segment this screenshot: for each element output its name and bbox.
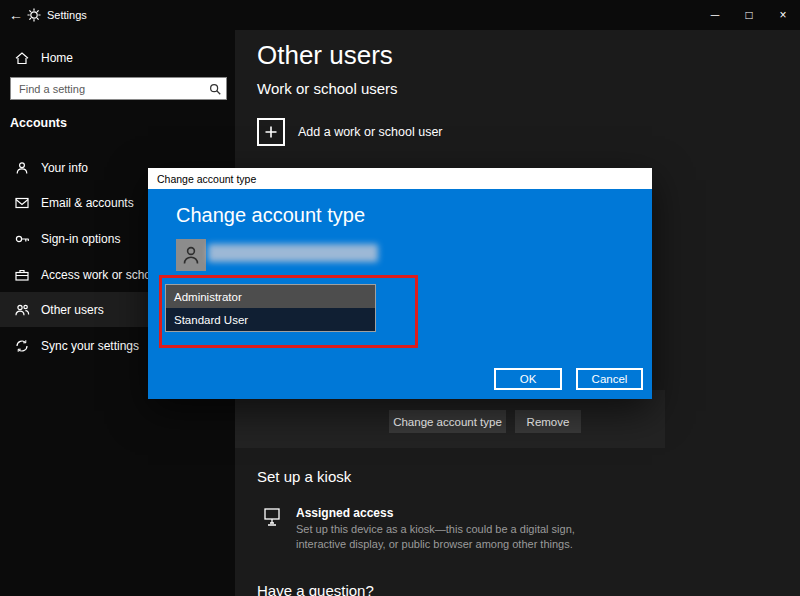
person-card-icon [14, 160, 30, 176]
back-button[interactable]: ← [4, 0, 28, 30]
page-title: Other users [257, 40, 393, 71]
assigned-access-title[interactable]: Assigned access [296, 506, 393, 520]
minimize-button[interactable]: ─ [698, 0, 732, 30]
cancel-label: Cancel [592, 373, 628, 385]
titlebar: ← Settings ─ □ × [0, 0, 800, 30]
briefcase-icon [14, 267, 30, 283]
close-icon: × [779, 8, 786, 22]
remove-label: Remove [527, 416, 570, 428]
add-work-school-user-button[interactable]: Add a work or school user [257, 118, 443, 146]
email-icon [14, 195, 30, 211]
users-icon [14, 302, 30, 318]
work-school-heading: Work or school users [257, 80, 398, 97]
assigned-access-description: Set up this device as a kiosk—this could… [296, 522, 614, 552]
ok-label: OK [520, 373, 537, 385]
dropdown-option-administrator[interactable]: Administrator [166, 285, 375, 308]
dialog-titlebar: Change account type [148, 168, 652, 189]
kiosk-icon [261, 506, 283, 528]
ok-button[interactable]: OK [494, 368, 562, 390]
dialog-heading: Change account type [176, 204, 365, 227]
maximize-button[interactable]: □ [732, 0, 766, 30]
sidebar-item-label: Sync your settings [41, 339, 139, 353]
sync-icon [14, 338, 30, 354]
back-arrow-icon: ← [9, 7, 23, 23]
search-icon[interactable] [204, 78, 226, 99]
cancel-button[interactable]: Cancel [576, 368, 643, 390]
kiosk-heading: Set up a kiosk [257, 468, 351, 485]
sidebar-item-label: Email & accounts [41, 196, 134, 210]
sidebar-item-label: Access work or school [41, 268, 160, 282]
sidebar-section-accounts: Accounts [10, 116, 67, 130]
search-box [10, 77, 227, 100]
dropdown-option-standard-user[interactable]: Standard User [166, 308, 375, 331]
change-account-type-button[interactable]: Change account type [389, 410, 506, 433]
question-heading: Have a question? [257, 582, 374, 596]
option-label: Standard User [174, 314, 248, 326]
dialog-titlebar-text: Change account type [157, 173, 256, 185]
gear-icon [26, 7, 42, 23]
remove-button[interactable]: Remove [515, 410, 581, 433]
user-avatar-icon [176, 239, 206, 271]
sidebar-item-label: Other users [41, 303, 104, 317]
sidebar-item-label: Home [41, 51, 73, 65]
add-user-label: Add a work or school user [298, 125, 443, 139]
window-title: Settings [47, 0, 87, 30]
dialog-body: Change account type Administrator Standa… [148, 189, 652, 399]
sidebar-item-label: Sign-in options [41, 232, 120, 246]
option-label: Administrator [174, 291, 242, 303]
minimize-icon: ─ [711, 8, 720, 22]
maximize-icon: □ [745, 8, 752, 22]
key-icon [14, 231, 30, 247]
close-button[interactable]: × [766, 0, 800, 30]
sidebar-item-home[interactable]: Home [0, 42, 235, 74]
change-account-type-dialog: Change account type Change account type … [148, 168, 652, 399]
window-controls: ─ □ × [698, 0, 800, 30]
plus-icon [257, 118, 285, 146]
account-type-dropdown: Administrator Standard User [165, 284, 376, 332]
blurred-username [208, 244, 378, 262]
home-icon [14, 50, 30, 66]
change-account-type-label: Change account type [393, 416, 502, 428]
sidebar-item-label: Your info [41, 161, 88, 175]
search-input[interactable] [11, 83, 204, 95]
